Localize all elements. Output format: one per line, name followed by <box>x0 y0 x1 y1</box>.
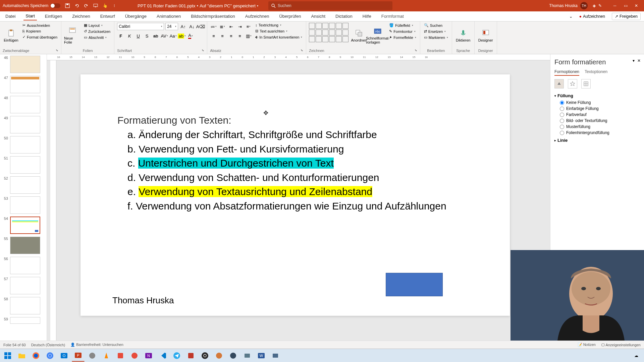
align-right-button[interactable]: ≡ <box>227 32 235 40</box>
app-icon[interactable] <box>241 350 254 362</box>
slide-title[interactable]: Formatierung von Texten: <box>117 115 231 126</box>
tab-datei[interactable]: Datei <box>3 12 17 20</box>
thumb-52[interactable] <box>10 176 40 194</box>
italic-button[interactable]: K <box>126 32 133 40</box>
tab-ansicht[interactable]: Ansicht <box>309 12 327 20</box>
slide-counter[interactable]: Folie 54 of 60 <box>3 343 26 347</box>
slide-body[interactable]: a. Änderung der Schriftart, Schriftgröße… <box>127 128 446 214</box>
tab-bildschirm[interactable]: Bildschirmpräsentation <box>189 12 237 20</box>
tab-entwurf[interactable]: Entwurf <box>98 12 117 20</box>
outline-button[interactable]: ✎Formkontur▾ <box>388 29 417 34</box>
find-button[interactable]: 🔍Suchen <box>423 23 449 28</box>
bold-button[interactable]: F <box>117 32 124 40</box>
quick-styles-button[interactable]: AbcSchnellformat-vorlagen <box>369 23 386 48</box>
tab-formformat[interactable]: Formformat <box>379 12 406 20</box>
reset-button[interactable]: ↺Zurücksetzen <box>83 29 111 34</box>
record-button[interactable]: ●Aufzeichnen <box>577 13 608 20</box>
tab-einfuegen[interactable]: Einfügen <box>43 12 64 20</box>
notes-button[interactable]: 📝 Notizen <box>578 343 596 347</box>
slideshow-icon[interactable] <box>93 3 99 9</box>
arrange-button[interactable]: Anordnen <box>351 23 367 48</box>
document-title[interactable]: PPT 01 Roter Faden 001.pptx • Auf "diese… <box>138 3 258 8</box>
shadow-button[interactable]: S <box>143 32 151 40</box>
fill-button[interactable]: 🪣Fülleffekt▾ <box>388 23 417 28</box>
indent-less-button[interactable]: ⇤ <box>227 23 235 30</box>
maximize-button[interactable]: ▭ <box>621 2 631 9</box>
save-icon[interactable] <box>64 3 70 9</box>
char-spacing-button[interactable]: AV▾ <box>161 32 168 40</box>
minimize-button[interactable]: ─ <box>610 2 620 9</box>
app-icon[interactable] <box>213 350 225 362</box>
app-icon[interactable] <box>184 350 197 362</box>
tab-zeichnen[interactable]: Zeichnen <box>70 12 92 20</box>
align-left-button[interactable]: ≡ <box>210 32 217 40</box>
align-text-button[interactable]: ⊟Text ausrichten▾ <box>254 28 303 34</box>
user-account[interactable]: Thomas Hruska TH <box>549 2 588 9</box>
underline-button[interactable]: U <box>135 32 142 40</box>
fill-gradient-radio[interactable]: Farbverlauf <box>560 112 640 117</box>
autosave-toggle[interactable] <box>50 3 60 8</box>
replace-button[interactable]: ⇄Ersetzen▾ <box>423 29 449 34</box>
pane-options-icon[interactable]: ▾ <box>633 58 635 63</box>
thumb-50[interactable] <box>10 136 40 154</box>
fill-slidebg-radio[interactable]: Folienhintergrundfüllung <box>560 130 640 135</box>
case-button[interactable]: Aa▾ <box>169 32 177 40</box>
ink-icon[interactable]: ✎ <box>597 3 603 9</box>
fill-section-header[interactable]: ▾Füllung <box>554 93 640 98</box>
tab-dictation[interactable]: Dictation <box>333 12 355 20</box>
slide-footer[interactable]: Thomas Hruska <box>112 295 174 306</box>
search-input[interactable] <box>278 3 390 8</box>
slide-editor[interactable]: 1615141312111098765432101234567891011121… <box>47 54 550 341</box>
thumb-57[interactable] <box>10 277 40 294</box>
drawing-launcher[interactable]: ⬊ <box>415 49 417 52</box>
strike-button[interactable]: ab <box>152 32 159 40</box>
qat-more-icon[interactable]: ⁝ <box>111 3 117 9</box>
thumb-53[interactable] <box>10 196 40 214</box>
paste-button[interactable]: Einfügen <box>3 23 19 48</box>
display-settings-button[interactable]: 🖵 Anzeigeeinstellungen <box>601 343 641 347</box>
chrome-icon[interactable] <box>44 350 56 362</box>
thumb-46[interactable] <box>10 56 40 73</box>
tab-animationen[interactable]: Animationen <box>155 12 183 20</box>
ribbon-collapse-icon[interactable]: ⌄ <box>569 14 573 19</box>
fill-solid-radio[interactable]: Einfarbige Füllung <box>560 106 640 111</box>
word-icon[interactable]: W <box>255 350 268 362</box>
copy-button[interactable]: ⎘Kopieren <box>21 29 58 34</box>
effects-button[interactable]: ✦Formeffekte▾ <box>388 35 417 40</box>
font-size-select[interactable]: 24▾ <box>165 23 178 30</box>
coming-soon-icon[interactable]: ◈ <box>591 3 597 9</box>
tab-hilfe[interactable]: Hilfe <box>361 12 373 20</box>
align-center-button[interactable]: ≡ <box>219 32 226 40</box>
thumb-54[interactable] <box>10 217 40 234</box>
thumb-51[interactable] <box>10 156 40 174</box>
vlc-icon[interactable] <box>100 350 113 362</box>
blue-rectangle-shape[interactable] <box>386 273 443 296</box>
slide-thumbnails[interactable]: 46 47 48 49 50 51 52 53 54 55 56 57 58 5… <box>0 54 47 341</box>
thumb-49[interactable] <box>10 116 40 133</box>
layout-button[interactable]: ▦Layout▾ <box>83 23 111 28</box>
fill-none-radio[interactable]: Keine Füllung <box>560 100 640 105</box>
thumb-59[interactable] <box>10 317 40 324</box>
thumb-48[interactable] <box>10 96 40 113</box>
columns-button[interactable]: ▥▾ <box>245 32 252 40</box>
fill-pattern-radio[interactable]: Musterfüllung <box>560 124 640 129</box>
close-button[interactable]: ✕ <box>631 2 641 9</box>
section-button[interactable]: ▭Abschnitt▾ <box>83 35 111 40</box>
clear-format-button[interactable]: A⌫ <box>197 23 204 30</box>
line-spacing-button[interactable]: ≡▾ <box>245 23 252 30</box>
grow-font-button[interactable]: A↑ <box>179 23 187 30</box>
start-button[interactable] <box>1 350 14 362</box>
tab-aufzeichnen[interactable]: Aufzeichnen <box>243 12 271 20</box>
fill-line-icon[interactable] <box>554 79 564 88</box>
language-status[interactable]: Deutsch (Österreich) <box>31 343 65 347</box>
obs-icon[interactable] <box>199 350 211 362</box>
undo-icon[interactable] <box>74 3 80 9</box>
tab-ueberpruefen[interactable]: Überprüfen <box>277 12 303 20</box>
onenote-icon[interactable]: N <box>142 350 155 362</box>
app-icon[interactable] <box>227 350 239 362</box>
app-icon[interactable] <box>128 350 141 362</box>
clipboard-launcher[interactable]: ⬊ <box>56 49 58 52</box>
thumb-55[interactable] <box>10 237 40 254</box>
effects-pane-icon[interactable] <box>568 79 577 88</box>
size-props-icon[interactable] <box>581 79 591 88</box>
